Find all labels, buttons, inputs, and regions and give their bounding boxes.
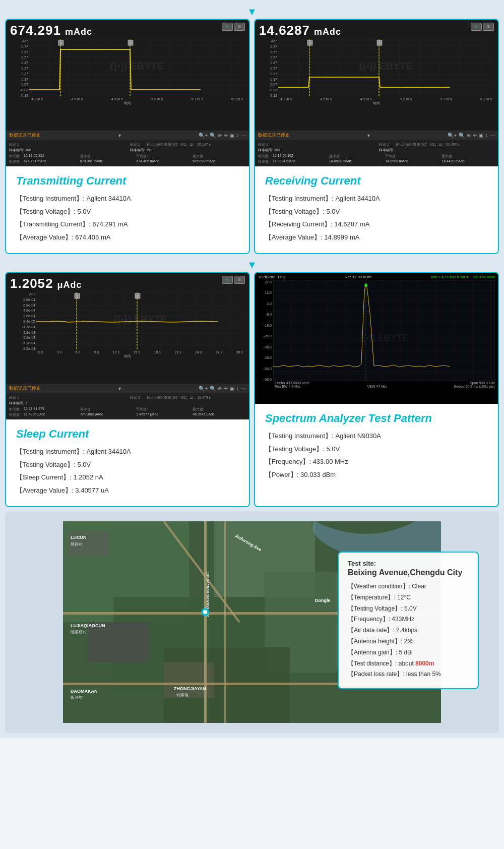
t-info-voltage: 【Testing Voltage】: 5.0V [16, 207, 239, 217]
s-info-current: 【Sleep Current】: 1.2052 nA [16, 472, 239, 482]
osc-icon-grid: ⊞ [234, 23, 245, 31]
receiving-toolbar-arrow: ▼ [366, 133, 371, 138]
sleep-title: Sleep Current [16, 428, 239, 441]
ts-distance-value: 8000m [415, 660, 434, 667]
t-max-val: 675.099 mAdc [193, 159, 246, 164]
svg-text:街马坎: 街马坎 [71, 695, 83, 700]
svg-rect-40 [204, 521, 207, 723]
r-sample-num: 202 [274, 148, 280, 152]
r-avg-label: 平均值: [385, 154, 438, 159]
osc-tool1[interactable]: ✛ [224, 133, 228, 138]
t-marker1-label: 标记 1 [9, 142, 125, 147]
svg-text:1: 1 [76, 294, 78, 298]
sleep-icon-grid: ⊞ [234, 276, 245, 284]
sleep-osc-display: 1.2052 μAdc ∿ ⊞ Adc 8.8e-04 6.8e-04 4.8e… [6, 273, 249, 384]
sleep-x-axis: 0 s3 s6 s9 s12 s15 s18 s21 s24 s27 s30 s [10, 350, 245, 354]
recv-zoom-in[interactable]: 🔍+ [448, 133, 457, 138]
recv-zoom-fit[interactable]: ⊕ [467, 133, 471, 138]
osc-zoom-out[interactable]: 🔍 [210, 133, 216, 138]
t-marker2-label: 标记 2 标记之间的数量(M2 - M1) Δt = 00.147 s [130, 142, 246, 147]
transmitting-x-axis: 4.116 s4.516 s4.916 s5.316 s5.716 s6.116… [10, 97, 245, 101]
sleep-tool3[interactable]: ↕ [236, 386, 239, 391]
r-max-val: 16.4490 mAdc [442, 159, 495, 164]
spectrum-chart: ((•)) EBYTE [273, 280, 495, 381]
ts-antenna-h: 【Antenna height】: 2米 [348, 637, 469, 646]
ts-distance: 【Test distance】: about 8000m [348, 659, 469, 668]
s-min-label: 最小值: [80, 407, 134, 412]
t-time-label: 时间数: [9, 154, 21, 159]
s-sample-row2 [130, 401, 246, 406]
transmitting-osc-toolbar: 数据记录已停止 ▼ 🔍+ 🔍 ⊕ ✛ ▣ ↕ ⋯ [6, 131, 249, 140]
receiving-info: Receiving Current 【Testing Instrument】: … [255, 166, 498, 253]
receiving-status: 数据记录已停止 [258, 132, 290, 139]
s-info-voltage: 【Testing Voltage】: 5.0V [16, 460, 239, 470]
transmitting-title: Transmitting Current [16, 174, 239, 188]
s-max-label: 最大值: [193, 407, 246, 412]
r-sample-row2: 样本编号: [379, 148, 495, 153]
ts-temperature: 【Temperature】: 12°C [348, 593, 469, 602]
osc-tool3[interactable]: ↕ [236, 133, 239, 138]
r-min-val: 14.0627 mAdc [329, 159, 383, 164]
osc-zoom-fit[interactable]: ⊕ [218, 133, 222, 138]
sleep-zoom-fit[interactable]: ⊕ [218, 386, 222, 391]
transmitting-time-label: 时间 [10, 101, 245, 106]
transmitting-reading: 674.291 [10, 23, 61, 38]
recv-icon-wave: ∿ [471, 23, 482, 31]
spectrum-y-axis: 22.0 12.0 2.0 -8.0 -18.0 -28.0 -38.0 -48… [258, 280, 273, 381]
sleep-zoom-out[interactable]: 🔍 [210, 386, 216, 391]
svg-text:ZHONGJIAYAN: ZHONGJIAYAN [174, 686, 206, 691]
transmitting-y-axis: Adc 0.77 0.67 0.57 0.47 0.37 0.27 0.17 0… [10, 39, 29, 97]
recv-tool4[interactable]: ⋯ [490, 133, 495, 138]
recv-tool3[interactable]: ↕ [485, 133, 488, 138]
osc-zoom-in[interactable]: 🔍+ [199, 133, 208, 138]
spectrum-info: Spectrum Analyzer Test Pattern 【Testing … [255, 404, 498, 491]
transmitting-waveform: 1 2 ((•)) EBYTE [29, 39, 245, 97]
ts-air-data: 【Air data rate】: 2.4kbps [348, 626, 469, 635]
sleep-time-label: 时间 [10, 354, 245, 359]
t-info-instrument: 【Testing Instrument】: Aglient 34410A [16, 194, 239, 204]
sp-info-frequency: 【Frequency】: 433.00 MHz [265, 457, 488, 467]
sleep-waveform: 1 2 ((•)) EBYTE [36, 292, 245, 350]
svg-rect-36 [88, 622, 149, 662]
row-1: 674.291 mAdc ∿ ⊞ Adc 0.77 0.67 0.57 0.47 [5, 19, 499, 254]
svg-text:2: 2 [379, 41, 381, 45]
receiving-controls[interactable]: 🔍+ 🔍 ⊕ ✛ ▣ ↕ ⋯ [448, 133, 495, 138]
receiving-stats: 标记 1 标记 2 标记之间的数量(M2 - M1) Δt = 00.497 s… [255, 140, 498, 166]
transmitting-panel: 674.291 mAdc ∿ ⊞ Adc 0.77 0.67 0.57 0.47 [5, 19, 250, 254]
osc-tool2[interactable]: ▣ [230, 133, 234, 138]
svg-text:钟家堰: 钟家堰 [176, 693, 188, 697]
sleep-zoom-in[interactable]: 🔍+ [199, 386, 208, 391]
sleep-tool1[interactable]: ✛ [224, 386, 228, 391]
row-2: 1.2052 μAdc ∿ ⊞ Adc 8.8e-04 6.8e-04 4.8e… [5, 272, 499, 507]
test-site-label: Test site: [348, 560, 469, 567]
svg-point-55 [203, 610, 207, 614]
svg-text:((•)) EBYTE: ((•)) EBYTE [114, 314, 167, 325]
svg-text:1: 1 [60, 41, 62, 45]
sleep-tool2[interactable]: ▣ [230, 386, 234, 391]
ts-distance-label: 【Test distance】: about [348, 660, 414, 667]
svg-text:1: 1 [309, 41, 311, 45]
svg-text:2: 2 [137, 294, 139, 298]
r-time-val: 16:19:56.162 [273, 154, 326, 159]
spectrum-scale: 10 dBldiv Log [258, 275, 285, 279]
recv-tool2[interactable]: ▣ [479, 133, 483, 138]
osc-tool4[interactable]: ⋯ [241, 133, 246, 138]
recv-tool1[interactable]: ✛ [473, 133, 477, 138]
t-info-current: 【Transmitting Current】: 674.291 mA [16, 219, 239, 229]
sleep-controls[interactable]: 🔍+ 🔍 ⊕ ✛ ▣ ↕ ⋯ [199, 386, 246, 391]
sp-info-voltage: 【Testing Voltage】: 5.0V [265, 444, 488, 454]
sleep-tool4[interactable]: ⋯ [241, 386, 246, 391]
s-sample-num: 1 [25, 401, 27, 405]
spectrum-span: Span 500.0 kHz [470, 381, 495, 385]
s-time-val: 16:23:31.479 [24, 407, 77, 412]
transmitting-controls[interactable]: 🔍+ 🔍 ⊕ ✛ ▣ ↕ ⋯ [199, 133, 246, 138]
t-info-avg: 【Average Value】: 674.405 mA [16, 232, 239, 242]
r-avg-val: 14.8999 mAdc [385, 159, 438, 164]
recv-zoom-out[interactable]: 🔍 [459, 133, 465, 138]
transmitting-toolbar-arrow: ▼ [117, 133, 122, 138]
map-section: Jinfurong Ave Dongle LUCUN 坝路村 LUJIAQIAO… [5, 511, 499, 733]
s-avg-label: 平均值: [136, 407, 190, 412]
ts-frequency: 【Frequency】: 433MHz [348, 615, 469, 624]
r-track-label: 轨迹器 [258, 159, 270, 164]
r-min-label: 最小值: [329, 154, 383, 159]
